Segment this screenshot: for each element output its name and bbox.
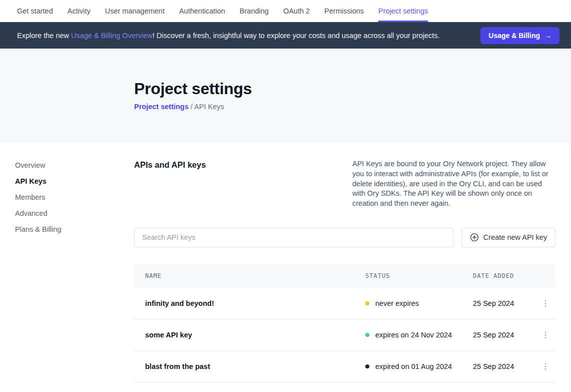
- plus-circle-icon: [470, 233, 479, 242]
- settings-sidebar: Overview API Keys Members Advanced Plans…: [0, 143, 134, 382]
- status-label: expires on 24 Nov 2024: [375, 331, 452, 339]
- column-header-name: NAME: [134, 272, 365, 279]
- tab-user-management[interactable]: User management: [105, 0, 165, 22]
- column-header-status: STATUS: [365, 272, 473, 279]
- api-key-name: blast from the past: [134, 362, 365, 370]
- table-row: some API key expires on 24 Nov 2024 25 S…: [134, 319, 555, 351]
- api-keys-panel: APIs and API keys API Keys are bound to …: [134, 143, 555, 382]
- sidebar-item-members[interactable]: Members: [15, 192, 134, 202]
- breadcrumb-project-settings-link[interactable]: Project settings: [134, 103, 189, 111]
- tab-authentication[interactable]: Authentication: [179, 0, 225, 22]
- section-heading: APIs and API keys: [134, 159, 206, 209]
- tab-permissions[interactable]: Permissions: [324, 0, 364, 22]
- arrow-right-icon: →: [544, 32, 551, 40]
- tab-project-settings[interactable]: Project settings: [378, 0, 428, 22]
- breadcrumb-current: API Keys: [194, 103, 224, 111]
- section-intro: APIs and API keys API Keys are bound to …: [134, 159, 555, 209]
- page-title: Project settings: [134, 80, 571, 98]
- column-header-date-added: DATE ADDED: [473, 272, 535, 279]
- status-label: expired on 01 Aug 2024: [375, 362, 452, 370]
- api-key-status: never expires: [365, 299, 473, 307]
- page-header: Project settings Project settings / API …: [0, 49, 571, 143]
- sidebar-item-plans-billing[interactable]: Plans & Billing: [15, 224, 134, 234]
- status-dot-icon: [365, 364, 369, 368]
- table-row: infinity and beyond! never expires 25 Se…: [134, 288, 555, 319]
- api-key-status: expires on 24 Nov 2024: [365, 331, 473, 339]
- usage-billing-button[interactable]: Usage & Billing →: [480, 27, 559, 44]
- api-key-date-added: 25 Sep 2024: [473, 362, 535, 370]
- section-description: API Keys are bound to your Ory Network p…: [352, 159, 555, 209]
- top-navigation: Get started Activity User management Aut…: [0, 0, 571, 22]
- row-menu-kebab-icon[interactable]: ⋮: [539, 297, 552, 309]
- usage-billing-overview-link[interactable]: Usage & Billing Overview: [71, 32, 153, 40]
- breadcrumb-separator: /: [191, 103, 193, 111]
- usage-billing-button-label: Usage & Billing: [488, 32, 540, 40]
- api-keys-toolbar: Create new API key: [134, 228, 555, 247]
- content-area: Overview API Keys Members Advanced Plans…: [0, 143, 571, 382]
- create-api-key-button[interactable]: Create new API key: [461, 228, 555, 247]
- api-key-date-added: 25 Sep 2024: [473, 331, 535, 339]
- row-menu-kebab-icon[interactable]: ⋮: [539, 329, 552, 340]
- banner-text-prefix: Explore the new: [17, 32, 71, 40]
- usage-billing-banner: Explore the new Usage & Billing Overview…: [0, 22, 571, 49]
- banner-text-suffix: ! Discover a fresh, insightful way to ex…: [153, 32, 440, 40]
- search-input[interactable]: [134, 228, 453, 247]
- api-keys-table: NAME STATUS DATE ADDED infinity and beyo…: [134, 264, 555, 382]
- api-key-status: expired on 01 Aug 2024: [365, 362, 473, 370]
- tab-branding[interactable]: Branding: [240, 0, 269, 22]
- status-dot-icon: [365, 333, 369, 337]
- tab-get-started[interactable]: Get started: [17, 0, 53, 22]
- api-key-name: some API key: [134, 331, 365, 339]
- tab-activity[interactable]: Activity: [68, 0, 91, 22]
- status-label: never expires: [375, 299, 419, 307]
- table-header-row: NAME STATUS DATE ADDED: [134, 264, 555, 288]
- table-row: blast from the past expired on 01 Aug 20…: [134, 351, 555, 382]
- sidebar-item-overview[interactable]: Overview: [15, 160, 134, 170]
- sidebar-item-api-keys[interactable]: API Keys: [15, 176, 134, 186]
- api-key-date-added: 25 Sep 2024: [473, 299, 535, 307]
- api-key-name: infinity and beyond!: [134, 299, 365, 307]
- row-menu-kebab-icon[interactable]: ⋮: [539, 360, 552, 372]
- status-dot-icon: [365, 301, 369, 305]
- tab-oauth2[interactable]: OAuth 2: [283, 0, 310, 22]
- breadcrumb: Project settings / API Keys: [134, 103, 571, 111]
- sidebar-item-advanced[interactable]: Advanced: [15, 208, 134, 218]
- create-api-key-label: Create new API key: [483, 233, 547, 241]
- banner-message: Explore the new Usage & Billing Overview…: [17, 32, 480, 40]
